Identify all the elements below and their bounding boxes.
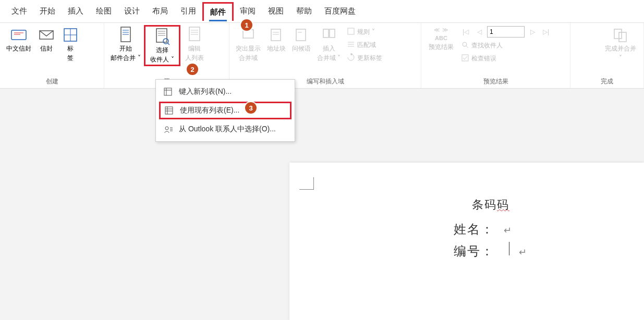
start-mail-merge-label-2: 邮件合并 ˅ bbox=[111, 54, 140, 63]
edit-recipient-list-label-1: 编辑 bbox=[188, 45, 201, 53]
labels-icon bbox=[62, 26, 79, 44]
rules-label: 规则 ˅ bbox=[357, 28, 374, 36]
svg-line-34 bbox=[466, 46, 468, 48]
next-record-button[interactable]: ▷ bbox=[527, 26, 538, 38]
doc-id-label: 编号： bbox=[454, 243, 494, 260]
menu-home[interactable]: 开始 bbox=[33, 1, 62, 21]
svg-rect-0 bbox=[11, 30, 26, 40]
labels-label-1: 标 bbox=[67, 45, 74, 53]
select-recipients-button[interactable]: 选择 收件人 ˅ bbox=[144, 25, 180, 66]
from-outlook-contacts-label: 从 Outlook 联系人中选择(O)... bbox=[179, 125, 276, 134]
find-recipient-label: 查找收件人 bbox=[471, 41, 503, 50]
svg-rect-25 bbox=[296, 29, 306, 41]
address-label: 地址块 bbox=[267, 45, 286, 53]
page-corner-mark bbox=[299, 177, 314, 190]
use-existing-list-item[interactable]: 使用现有列表(E)... bbox=[159, 102, 291, 119]
doc-title-wavy: 码 bbox=[497, 198, 509, 211]
document-content: 条码码 姓名： ↵ 编号： ↵ bbox=[454, 197, 528, 264]
chinese-envelope-label: 中文信封 bbox=[6, 45, 31, 53]
envelope-button[interactable]: 信封 bbox=[34, 25, 58, 54]
svg-rect-41 bbox=[165, 107, 173, 114]
type-new-list-label: 键入新列表(N)... bbox=[179, 87, 232, 96]
use-existing-list-label: 使用现有列表(E)... bbox=[180, 106, 239, 115]
menu-mailings[interactable]: 邮件 bbox=[202, 2, 234, 21]
address-block-button: 地址块 bbox=[264, 25, 289, 54]
new-list-icon bbox=[163, 88, 174, 96]
edit-recipient-list-button[interactable]: 编辑 人列表 bbox=[180, 25, 209, 63]
svg-rect-28 bbox=[330, 29, 335, 38]
svg-point-15 bbox=[163, 39, 168, 44]
ribbon-group-preview: ≪ ≫ ABC 预览结果 |◁ ◁ ▷ ▷| 查找收 bbox=[421, 23, 570, 88]
doc-title: 条码码 bbox=[454, 197, 528, 213]
update-icon bbox=[347, 53, 355, 63]
match-fields-button: 匹配域 bbox=[345, 39, 384, 51]
menu-layout[interactable]: 布局 bbox=[146, 1, 174, 21]
svg-rect-36 bbox=[614, 29, 622, 39]
preview-results-button: ≪ ≫ ABC 预览结果 bbox=[424, 25, 458, 66]
ribbon: 中文信封 信封 标 签 创建 bbox=[0, 23, 644, 89]
select-recipients-label-2: 收件人 ˅ bbox=[150, 56, 174, 64]
match-icon bbox=[347, 40, 355, 50]
enter-mark-1: ↵ bbox=[504, 225, 513, 236]
menu-design[interactable]: 设计 bbox=[118, 1, 146, 21]
record-number-input[interactable] bbox=[487, 26, 525, 38]
type-new-list-item[interactable]: 键入新列表(N)... bbox=[158, 83, 293, 101]
menu-references[interactable]: 引用 bbox=[174, 1, 202, 21]
menu-insert[interactable]: 插入 bbox=[62, 1, 90, 21]
svg-point-45 bbox=[165, 127, 168, 130]
doc-icon bbox=[117, 26, 134, 44]
select-recipients-dropdown: 键入新列表(N)... 使用现有列表(E)... 从 Outlook 联系人中选… bbox=[155, 79, 295, 142]
svg-rect-27 bbox=[323, 29, 329, 38]
menu-file[interactable]: 文件 bbox=[5, 1, 33, 21]
ribbon-group-start: 开始 邮件合并 ˅ 选择 收件人 ˅ 编辑 人列表 开 bbox=[104, 23, 229, 88]
greeting-label: 问候语 bbox=[292, 45, 311, 53]
from-outlook-contacts-item[interactable]: 从 Outlook 联系人中选择(O)... bbox=[158, 120, 293, 138]
svg-line-16 bbox=[168, 43, 169, 45]
highlight-label-1: 突出显示 bbox=[236, 45, 261, 53]
finish-merge-button: 完成并合并 ˅ bbox=[601, 25, 640, 63]
menu-review[interactable]: 审阅 bbox=[234, 1, 262, 21]
record-navigator: |◁ ◁ ▷ ▷| bbox=[458, 25, 554, 39]
abc-mid: ABC bbox=[435, 34, 447, 42]
svg-rect-21 bbox=[243, 30, 253, 38]
ribbon-group-create: 中文信封 信封 标 签 创建 bbox=[0, 23, 104, 88]
svg-rect-29 bbox=[348, 28, 354, 34]
outlook-contacts-icon bbox=[163, 125, 174, 133]
svg-point-33 bbox=[463, 42, 467, 46]
greeting-icon bbox=[293, 26, 310, 44]
envelope-cn-icon bbox=[10, 26, 27, 44]
finish-merge-label-1: 完成并合并 bbox=[605, 45, 636, 53]
insert-field-label-1: 插入 bbox=[323, 45, 335, 53]
highlight-merge-fields-button: 突出显示 合并域 bbox=[233, 25, 264, 63]
rules-button: 规则 ˅ bbox=[345, 26, 384, 38]
menubar: 文件 开始 插入 绘图 设计 布局 引用 邮件 审阅 视图 帮助 百度网盘 bbox=[0, 0, 644, 23]
insert-field-icon bbox=[321, 26, 337, 44]
menu-baidu[interactable]: 百度网盘 bbox=[318, 1, 362, 21]
menu-help[interactable]: 帮助 bbox=[290, 1, 318, 21]
finish-merge-label-2: ˅ bbox=[619, 54, 622, 63]
start-mail-merge-button[interactable]: 开始 邮件合并 ˅ bbox=[107, 25, 144, 63]
last-record-button[interactable]: ▷| bbox=[540, 26, 552, 38]
preview-results-label: 预览结果 bbox=[429, 43, 454, 52]
menu-draw[interactable]: 绘图 bbox=[90, 1, 118, 21]
abc-top: ≪ ≫ bbox=[434, 26, 448, 33]
check-errors-label: 检查错误 bbox=[471, 54, 496, 63]
edit-list-icon bbox=[186, 26, 203, 44]
existing-list-icon bbox=[164, 106, 175, 115]
doc-name-label: 姓名： bbox=[454, 221, 494, 238]
update-labels-button: 更新标签 bbox=[345, 52, 384, 64]
svg-rect-38 bbox=[164, 88, 172, 95]
first-record-button[interactable]: |◁ bbox=[460, 26, 471, 38]
chinese-envelope-button[interactable]: 中文信封 bbox=[3, 25, 34, 54]
prev-record-button[interactable]: ◁ bbox=[473, 26, 485, 38]
finish-icon bbox=[612, 26, 629, 44]
rules-icon bbox=[347, 27, 355, 37]
menu-view[interactable]: 视图 bbox=[262, 1, 290, 21]
step-badge-3: 3 bbox=[245, 102, 257, 114]
labels-button[interactable]: 标 签 bbox=[58, 25, 82, 63]
step-badge-1: 1 bbox=[241, 19, 252, 31]
svg-rect-22 bbox=[271, 29, 281, 41]
insert-merge-field-button: 插入 合并域 ˅ bbox=[314, 25, 344, 63]
match-label: 匹配域 bbox=[357, 41, 376, 50]
address-icon bbox=[268, 26, 285, 44]
